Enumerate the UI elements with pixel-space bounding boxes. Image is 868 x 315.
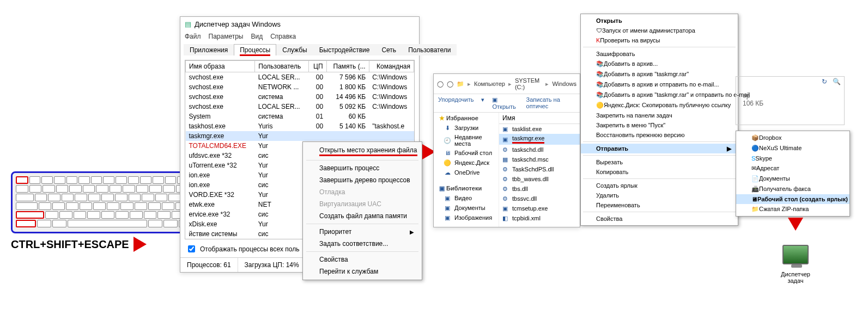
menu-item[interactable]: Удалить (581, 190, 738, 200)
list-item[interactable]: ⚙taskschd.dll (499, 145, 580, 155)
menu-params[interactable]: Параметры (209, 33, 244, 40)
tab-performance[interactable]: Быстродействие (313, 44, 376, 55)
menu-item[interactable]: Открыть (581, 16, 738, 26)
size-value: 106 КБ (743, 100, 837, 107)
burn-button[interactable]: Записать на оптичес (526, 96, 575, 110)
menu-item[interactable]: Восстановить прежнюю версию (581, 130, 738, 140)
sidebar-item[interactable]: ☁OneDrive (434, 168, 499, 177)
nav-back-icon[interactable]: ◯ (437, 81, 444, 88)
table-row[interactable]: svchost.exeNETWORK ...001 800 КБC:\Windo… (186, 82, 414, 92)
list-item[interactable]: ⚙tbs.dll (499, 184, 580, 194)
titlebar[interactable]: ▤ Диспетчер задач Windows (180, 17, 419, 32)
list-item[interactable]: ⚙tbb_waves.dll (499, 174, 580, 184)
sidebar-item[interactable]: ▣Документы (434, 203, 499, 213)
menu-item[interactable]: Свойства (303, 254, 422, 265)
arrow-right-icon (133, 237, 147, 252)
tab-network[interactable]: Сеть (375, 44, 402, 55)
process-context-menu: Открыть место хранения файлаЗавершить пр… (302, 141, 422, 280)
desktop-shortcut-label: Диспетчер задач (768, 271, 823, 284)
open-button[interactable]: ▣ Открыть (492, 96, 518, 110)
status-cpu: Загрузка ЦП: 14% (238, 258, 306, 272)
sidebar-item[interactable]: 🖥Рабочий стол (434, 148, 499, 158)
column-header[interactable]: Пользователь (255, 61, 308, 72)
tab-processes[interactable]: Процессы (234, 44, 276, 55)
menu-item[interactable]: Создать файл дампа памяти (303, 210, 422, 222)
menu-item[interactable]: Открыть место хранения файла (303, 144, 422, 158)
menu-item[interactable]: Закрепить в меню "Пуск" (581, 120, 738, 130)
arrow-down-icon (788, 218, 803, 231)
crumb-computer[interactable]: Компьютер (474, 81, 505, 87)
menu-item[interactable]: 🛡Запуск от имени администратора (581, 26, 738, 35)
column-header-name[interactable]: Имя (499, 113, 580, 124)
nav-fwd-icon[interactable]: ◯ (447, 81, 453, 88)
desktop-shortcut[interactable]: Диспетчер задач (768, 245, 823, 284)
menu-item[interactable]: ✉Адресат (736, 163, 849, 174)
menu-item[interactable]: Приоритет▶ (303, 226, 422, 238)
column-header[interactable]: ЦП (308, 61, 326, 72)
menu-item[interactable]: 📄Документы (736, 174, 849, 184)
menu-item[interactable]: Копировать (581, 167, 738, 177)
tab-users[interactable]: Пользователи (402, 44, 457, 55)
menu-item[interactable]: 📚Добавить в архив и отправить по e-mail.… (581, 79, 738, 90)
list-item[interactable]: ▦taskschd.msc (499, 155, 580, 164)
sidebar-item[interactable]: ▣Изображения (434, 213, 499, 223)
menu-item[interactable]: 📚Добавить в архив "taskmgr.rar" (581, 69, 738, 79)
refresh-icon[interactable]: ↻ (822, 78, 827, 85)
menu-item[interactable]: Перейти к службам (303, 265, 422, 277)
menu-file[interactable]: Файл (185, 33, 201, 40)
table-row[interactable]: Systemсистема0160 КБ (186, 112, 414, 121)
menu-item[interactable]: Отправить▶ (581, 144, 738, 153)
sidebar-item[interactable]: 🕘Недавние места (434, 133, 499, 148)
menu-item[interactable]: 📚Добавить в архив... (581, 59, 738, 69)
menu-item[interactable]: Завершить дерево процессов (303, 174, 422, 186)
menu-item[interactable]: 📠Получатель факса (736, 184, 849, 194)
menu-item[interactable]: Создать ярлык (581, 181, 738, 190)
tab-services[interactable]: Службы (276, 44, 313, 55)
menu-item[interactable]: Закрепить на панели задач (581, 110, 738, 120)
file-list[interactable]: Имя ▣tasklist.exe▣taskmgr.exe⚙taskschd.d… (499, 113, 580, 227)
list-item[interactable]: ⚙TaskSchdPS.dll (499, 164, 580, 174)
show-all-users-input[interactable] (188, 245, 195, 252)
sidebar-item[interactable]: 🟡Яндекс.Диск (434, 158, 499, 168)
column-header[interactable]: Память (... (326, 61, 369, 72)
menu-item[interactable]: Свойства (581, 214, 738, 224)
menu-item[interactable]: Переименовать (581, 200, 738, 210)
tab-applications[interactable]: Приложения (184, 44, 234, 55)
menu-item[interactable]: Вырезать (581, 157, 738, 167)
breadcrumb[interactable]: ◯◯ 📁 ▸Компьютер ▸SYSTEM (C:) ▸Windows (434, 74, 580, 94)
menu-item: Виртуализация UAC (303, 198, 422, 210)
sidebar-item[interactable]: ⬇Загрузки (434, 123, 499, 133)
column-header[interactable]: Имя образа (186, 61, 255, 72)
table-row[interactable]: taskmgr.exeYur (186, 131, 414, 141)
window-title: Диспетчер задач Windows (195, 20, 281, 28)
menu-item[interactable]: Задать соответствие... (303, 238, 422, 250)
menu-item[interactable]: SSkype (736, 153, 849, 163)
column-header[interactable]: Командная (369, 61, 414, 72)
menu-item[interactable]: 📁Сжатая ZIP-папка (736, 204, 849, 214)
list-item[interactable]: ▣tcmsetup.exe (499, 203, 580, 213)
menu-item[interactable]: Завершить процесс (303, 162, 422, 174)
table-row[interactable]: svchost.exeLOCAL SER...007 596 КБC:\Wind… (186, 72, 414, 83)
menu-item[interactable]: KПроверить на вирусы (581, 35, 738, 45)
table-row[interactable]: svchost.exeLOCAL SER...005 092 КБC:\Wind… (186, 102, 414, 112)
crumb-folder[interactable]: Windows (552, 81, 576, 87)
table-row[interactable]: taskhost.exeYuris005 140 КБ"taskhost.e (186, 121, 414, 131)
list-item[interactable]: ▣taskmgr.exe (499, 134, 580, 145)
sidebar-item[interactable]: ▣Видео (434, 193, 499, 203)
menu-item[interactable]: 🖥Рабочий стол (создать ярлык) (736, 194, 849, 204)
search-icon[interactable]: 🔍 (833, 78, 841, 85)
crumb-drive[interactable]: SYSTEM (C:) (515, 77, 542, 90)
menu-item[interactable]: 📚Добавить в архив "taskmgr.rar" и отправ… (581, 90, 738, 100)
list-item[interactable]: ▣tasklist.exe (499, 124, 580, 134)
list-item[interactable]: ⚙tbssvc.dll (499, 194, 580, 203)
table-row[interactable]: svchost.exeсистема0014 496 КБC:\Windows (186, 92, 414, 102)
menu-item[interactable]: Зашифровать (581, 49, 738, 59)
folder-icon: 📁 (457, 81, 464, 88)
menu-view[interactable]: Вид (251, 33, 263, 40)
menu-item[interactable]: 📦Dropbox (736, 133, 849, 143)
organize-button[interactable]: Упорядочить (438, 96, 474, 110)
list-item[interactable]: ◧tcpbidi.xml (499, 213, 580, 223)
menu-item[interactable]: 🟡Яндекс.Диск: Скопировать публичную ссыл… (581, 100, 738, 110)
menu-help[interactable]: Справка (270, 33, 296, 40)
menu-item[interactable]: 🔵NeXuS Ultimate (736, 143, 849, 153)
